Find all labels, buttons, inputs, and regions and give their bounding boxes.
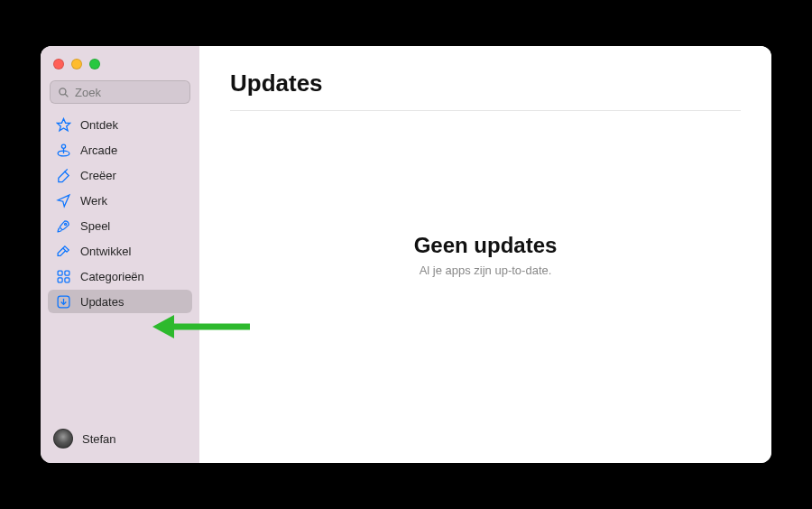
svg-rect-7 [64,271,69,275]
avatar [53,429,73,449]
sidebar-item-label: Creëer [80,169,116,182]
brush-icon [55,167,71,183]
sidebar-item-label: Speel [80,219,110,233]
svg-line-1 [65,94,68,97]
paperplane-icon [55,192,71,208]
sidebar-item-label: Categorieën [80,270,144,283]
sidebar-item-ontdek[interactable]: Ontdek [48,113,192,136]
window-controls [41,55,199,80]
account-row[interactable]: Stefan [41,421,199,454]
close-window-button[interactable] [53,59,64,69]
empty-state-title: Geen updates [199,233,771,258]
sidebar-item-werk[interactable]: Werk [48,189,192,212]
svg-rect-9 [64,277,69,282]
sidebar-item-categorieen[interactable]: Categorieën [48,264,192,288]
search-input[interactable] [75,86,182,99]
minimize-window-button[interactable] [71,59,82,69]
arcade-icon [55,142,71,158]
empty-state: Geen updates Al je apps zijn up-to-date. [199,233,771,277]
svg-point-5 [64,223,66,225]
search-icon [58,87,69,98]
page-title: Updates [230,69,741,111]
app-window: Ontdek Arcade Creëer [41,46,771,463]
grid-icon [55,268,71,284]
fullscreen-window-button[interactable] [89,59,100,69]
sidebar-item-label: Updates [80,295,124,309]
search-field[interactable] [50,80,190,104]
sidebar: Ontdek Arcade Creëer [41,46,199,463]
sidebar-item-creeer[interactable]: Creëer [48,163,192,187]
account-name: Stefan [82,432,116,446]
sidebar-item-updates[interactable]: Updates [48,290,192,313]
hammer-icon [55,243,71,259]
svg-rect-8 [58,277,62,282]
download-box-icon [55,293,71,310]
svg-rect-6 [58,271,62,275]
sidebar-item-label: Arcade [80,143,117,157]
sidebar-item-ontwikkel[interactable]: Ontwikkel [48,239,192,263]
svg-marker-2 [57,118,69,130]
star-icon [55,116,71,133]
svg-point-4 [61,144,65,148]
rocket-icon [55,217,71,234]
sidebar-item-label: Ontdek [80,118,118,132]
empty-state-subtitle: Al je apps zijn up-to-date. [199,264,771,277]
main-content: Updates Geen updates Al je apps zijn up-… [199,46,771,463]
sidebar-item-speel[interactable]: Speel [48,214,192,237]
sidebar-nav: Ontdek Arcade Creëer [41,113,199,313]
sidebar-item-arcade[interactable]: Arcade [48,138,192,162]
svg-point-0 [60,88,66,94]
sidebar-item-label: Werk [80,194,107,208]
sidebar-item-label: Ontwikkel [80,245,131,258]
